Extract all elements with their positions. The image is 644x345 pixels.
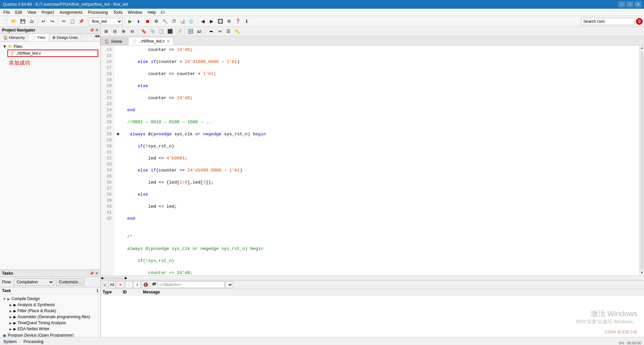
fitter-button[interactable]: 🔧 — [161, 17, 169, 25]
project-dropdown[interactable]: flow_led — [89, 18, 122, 25]
task-eda-netlist[interactable]: ▶ ▶ EDA Netlist Writer — [8, 326, 99, 332]
back-button[interactable]: ◀ — [199, 17, 207, 25]
msg-suppress-btn[interactable]: 🔇 — [142, 281, 149, 288]
editor-btn-4[interactable]: ⊖ — [128, 27, 136, 36]
editor-btn-1[interactable]: ⊞ — [102, 27, 110, 36]
tasks-info-icon[interactable]: ℹ — [97, 288, 98, 293]
menu-tools[interactable]: Tools — [111, 9, 124, 15]
open-button[interactable]: 📂 — [10, 17, 18, 25]
flow-select[interactable]: Compilation — [14, 278, 54, 286]
tree-file-flow-led[interactable]: 📝 ../rtl/flow_led.v — [7, 50, 98, 57]
code-container[interactable]: 14 15 16 17 18 19 20 21 22 23 24 25 26 2… — [101, 46, 644, 275]
tab-flow-led[interactable]: 📄 ../rtl/flow_led.v ✕ — [128, 37, 173, 45]
h-scroll-left[interactable]: ◀ — [101, 276, 103, 280]
task-program-device[interactable]: ◆ Program Device (Open Programmer) — [1, 332, 99, 337]
tree-folder-files[interactable]: ▼ 📁 Files — [2, 44, 98, 50]
msg-search-dropdown[interactable] — [226, 281, 233, 288]
tab-hierarchy[interactable]: 🏠 Hierarchy — [0, 34, 29, 41]
menu-help[interactable]: Help — [146, 9, 158, 15]
pin-icon[interactable]: 📌 — [90, 28, 94, 32]
tasks-pin-icon[interactable]: 📌 — [90, 271, 94, 276]
start-button[interactable]: ⏵ — [135, 17, 143, 25]
tab-home[interactable]: 🏠 Home — [101, 37, 128, 45]
settings-button[interactable]: ⚙ — [225, 17, 233, 25]
msg-side-x[interactable]: ✕ — [102, 282, 107, 287]
menu-project[interactable]: Project — [40, 9, 56, 15]
save-all-button[interactable]: 🗂 — [28, 17, 36, 25]
nav-x-icon[interactable]: ✕ — [95, 28, 98, 32]
compile-button[interactable]: ▶ — [126, 17, 134, 25]
menu-assignments[interactable]: Assignments — [57, 9, 85, 15]
h-scroll-thumb[interactable] — [104, 277, 124, 279]
next-arrow[interactable]: ▶ — [98, 34, 100, 41]
info-button[interactable]: ℹ — [243, 17, 251, 25]
msg-warn-btn[interactable]: ⚠ — [125, 281, 132, 288]
prev-arrow[interactable]: ◀ — [94, 34, 97, 41]
menu-view[interactable]: View — [25, 9, 38, 15]
vertical-scrollbar[interactable]: ▲ ▼ — [639, 46, 644, 275]
task-expand-5[interactable]: ▶ — [9, 327, 12, 331]
task-timequest[interactable]: ▶ ▶ TimeQuest Timing Analysis — [8, 320, 99, 326]
tab-close-icon[interactable]: ✕ — [167, 39, 170, 44]
timing-button[interactable]: ⏱ — [170, 17, 178, 25]
netlist-button[interactable]: 📊 — [178, 17, 186, 25]
editor-btn-14[interactable]: ☰ — [224, 27, 232, 36]
customize-button[interactable]: Customize... — [56, 278, 85, 286]
maximize-button[interactable]: □ — [627, 1, 633, 7]
undo-button[interactable]: ↩ — [39, 17, 47, 25]
task-fitter[interactable]: ▶ ▶ Fitter (Place & Route) — [8, 308, 99, 314]
task-expand-4[interactable]: ▶ — [9, 321, 12, 325]
task-assembler[interactable]: ▶ ▶ Assembler (Generate programming file… — [8, 314, 99, 320]
editor-btn-5[interactable]: 🔖 — [140, 27, 148, 36]
editor-btn-13[interactable]: ⇒ — [216, 27, 224, 36]
task-expand-0[interactable]: ▼ — [3, 297, 6, 301]
editor-btn-9[interactable]: 📝 — [175, 27, 183, 36]
horizontal-scrollbar[interactable]: ◀ ▶ — [101, 275, 644, 280]
task-expand-sub-0[interactable]: ▶ — [7, 297, 10, 301]
tab-processing[interactable]: Processing — [20, 338, 47, 345]
editor-btn-6[interactable]: 📎 — [149, 27, 157, 36]
search-input[interactable] — [581, 18, 635, 25]
task-expand-1[interactable]: ▶ — [9, 303, 12, 307]
editor-btn-11[interactable]: az — [195, 27, 203, 36]
msg-all-btn[interactable]: All — [108, 281, 116, 288]
save-button[interactable]: 💾 — [19, 17, 27, 25]
h-scroll-right[interactable]: ▶ — [125, 276, 127, 280]
task-compile-design[interactable]: ▼ ▶ Compile Design — [1, 296, 99, 302]
editor-btn-7[interactable]: 📋 — [157, 27, 165, 36]
tasks-x-icon[interactable]: ✕ — [95, 271, 98, 276]
scroll-thumb[interactable] — [640, 51, 644, 270]
stop-button[interactable]: ⏹ — [144, 17, 152, 25]
editor-btn-8[interactable]: ⬛ — [166, 27, 174, 36]
editor-btn-2[interactable]: ⊟ — [111, 27, 119, 36]
editor-btn-15[interactable]: 📏 — [233, 27, 241, 36]
msg-error-btn[interactable]: ✕ — [117, 281, 124, 288]
cut-button[interactable]: ✂ — [60, 17, 68, 25]
scroll-down-arrow[interactable]: ▼ — [640, 270, 643, 275]
paste-button[interactable]: 📌 — [77, 17, 85, 25]
new-button[interactable]: 📄 — [1, 17, 9, 25]
redo-button[interactable]: ↪ — [48, 17, 56, 25]
tab-files[interactable]: 📄 Files — [29, 34, 49, 41]
menu-edit[interactable]: Edit — [13, 9, 24, 15]
task-expand-2[interactable]: ▶ — [9, 309, 12, 313]
close-button[interactable]: ✕ — [635, 1, 641, 7]
analyze-button[interactable]: ⚙ — [152, 17, 160, 25]
menu-processing[interactable]: Processing — [86, 9, 110, 15]
tab-design-units[interactable]: ⚙ Design Units — [49, 34, 81, 41]
forward-button[interactable]: ▶ — [208, 17, 216, 25]
task-expand-3[interactable]: ▶ — [9, 315, 12, 319]
minimize-button[interactable]: ─ — [619, 1, 625, 7]
program-button[interactable]: 💿 — [187, 17, 195, 25]
editor-btn-3[interactable]: ⊕ — [119, 27, 127, 36]
copy-button[interactable]: 📋 — [68, 17, 76, 25]
tab-system[interactable]: System — [0, 338, 20, 345]
chip-button[interactable]: 🔲 — [216, 17, 224, 25]
task-analysis-synthesis[interactable]: ▶ ▶ Analysis & Synthesis — [8, 302, 99, 308]
scroll-up-arrow[interactable]: ▲ — [640, 46, 643, 51]
menu-window[interactable]: Window — [126, 9, 144, 15]
code-editor[interactable]: counter <= 24'd0; else if(counter < 24'd… — [114, 46, 639, 275]
msg-info-btn[interactable]: ℹ — [133, 281, 141, 288]
editor-btn-12[interactable]: ➡ — [207, 27, 215, 36]
help-button[interactable]: ❓ — [234, 17, 242, 25]
